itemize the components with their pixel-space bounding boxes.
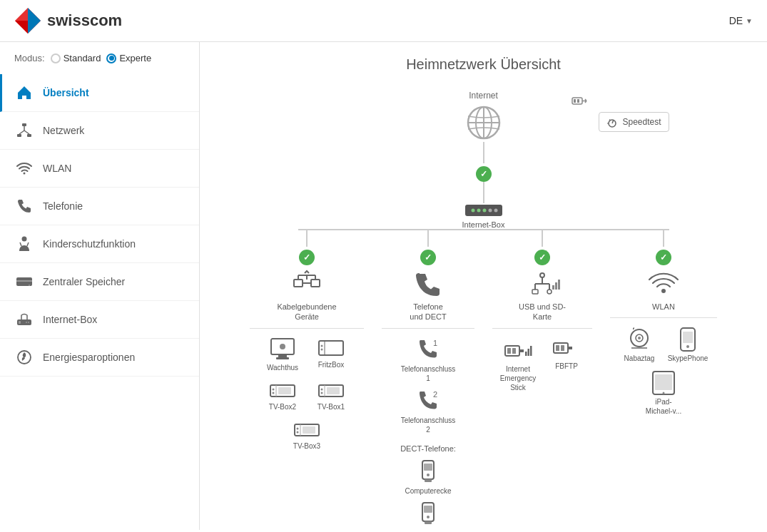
- telefon-divider: [382, 328, 474, 329]
- expert-radio-circle: [106, 53, 116, 63]
- main-layout: Modus: Standard Experte Übersicht: [0, 42, 767, 530]
- router-icon: [464, 203, 503, 218]
- svg-rect-89: [512, 348, 516, 354]
- internet-label: Internet: [469, 91, 498, 101]
- svg-rect-105: [655, 374, 672, 390]
- sidebar-item-kinderschutz[interactable]: Kinderschutzfunktion: [0, 225, 199, 263]
- svg-point-34: [482, 209, 486, 213]
- svg-point-32: [471, 209, 474, 213]
- svg-rect-84: [555, 282, 557, 290]
- v-conn-wlan: [663, 229, 664, 247]
- svg-rect-73: [424, 506, 432, 513]
- kabel-check: ✓: [299, 250, 315, 265]
- svg-rect-102: [683, 332, 693, 343]
- svg-rect-95: [556, 345, 559, 351]
- content-area: Heimnetzwerk Übersicht Speedtest: [200, 42, 767, 530]
- branch-telefon: ✓ Telefoneund DECT: [382, 229, 474, 530]
- telefonie-label: Telefonie: [43, 200, 83, 212]
- device-skypephone: SkypePhone: [667, 327, 708, 363]
- telefon-label: Telefoneund DECT: [410, 302, 446, 322]
- svg-rect-45: [276, 357, 289, 359]
- lang-selector[interactable]: DE ▼: [729, 15, 753, 26]
- svg-rect-22: [574, 99, 576, 103]
- fritzbox-icon: [318, 337, 345, 359]
- svg-point-36: [494, 209, 497, 213]
- emergency-stick-icon: [504, 337, 532, 363]
- svg-line-9: [24, 131, 29, 134]
- speedtest-button[interactable]: Speedtest: [599, 112, 669, 132]
- wlan-branch-label: WLAN: [652, 302, 675, 312]
- svg-rect-60: [327, 387, 340, 394]
- wlan-divider: [610, 317, 717, 318]
- mode-selector: Modus: Standard Experte: [0, 53, 199, 74]
- home-icon: [14, 83, 34, 103]
- sidebar-item-speicher[interactable]: Zentraler Speicher: [0, 263, 199, 301]
- lang-arrow-icon: ▼: [746, 17, 753, 25]
- sidebar-item-energie[interactable]: Energiesparoptionen: [0, 339, 199, 377]
- device-ipad: iPad-Michael-v...: [643, 370, 684, 416]
- computerecke-label: Computerecke: [405, 486, 451, 496]
- fbftp-label: FBFTP: [555, 362, 578, 371]
- svg-point-82: [547, 290, 552, 294]
- device-wohnzimmer: Wohnzimmer: [407, 501, 449, 530]
- usb-sd-icon: [525, 270, 559, 297]
- svg-point-49: [321, 344, 323, 347]
- svg-marker-3: [15, 21, 28, 34]
- skype-icon: [674, 327, 701, 352]
- svg-point-97: [661, 289, 666, 293]
- device-wachthus: Wachthus: [262, 337, 303, 372]
- sidebar-item-ubersicht[interactable]: Übersicht: [0, 74, 199, 112]
- sidebar-item-wlan[interactable]: WLAN: [0, 150, 199, 188]
- svg-rect-71: [425, 479, 432, 482]
- energie-label: Energiesparoptionen: [43, 352, 135, 363]
- tvbox1-label: TV-Box1: [318, 402, 345, 411]
- network-icon: [14, 121, 34, 140]
- svg-point-70: [427, 474, 430, 476]
- svg-rect-6: [27, 134, 31, 137]
- svg-rect-4: [22, 123, 26, 126]
- svg-point-11: [22, 237, 27, 242]
- svg-rect-37: [294, 280, 303, 287]
- sidebar-item-internetbox[interactable]: Internet-Box: [0, 301, 199, 339]
- expert-radio-label: Experte: [119, 53, 151, 63]
- svg-rect-69: [424, 464, 432, 471]
- tvbox3-icon: [293, 419, 320, 440]
- wohnzimmer-label: Wohnzimmer: [407, 528, 449, 530]
- v-connector-internet: [483, 142, 484, 163]
- svg-point-64: [297, 431, 299, 433]
- tvbox-icon: [269, 379, 296, 401]
- sidebar-item-telefonie[interactable]: Telefonie: [0, 188, 199, 225]
- device-nabaztag: Nabaztag: [619, 327, 660, 363]
- kabel-label: KabelgebundeneGeräte: [277, 302, 336, 322]
- svg-rect-44: [278, 354, 287, 357]
- svg-point-50: [321, 348, 323, 350]
- svg-point-74: [427, 516, 430, 518]
- sidebar-item-netzwerk[interactable]: Netzwerk: [0, 112, 199, 150]
- svg-point-54: [273, 392, 275, 394]
- svg-rect-5: [17, 134, 21, 137]
- usb-category-icon: [525, 270, 559, 299]
- mode-label: Modus:: [14, 53, 45, 63]
- svg-rect-47: [319, 341, 343, 355]
- svg-point-58: [321, 388, 323, 390]
- expert-radio[interactable]: Experte: [106, 53, 151, 63]
- svg-rect-23: [577, 99, 579, 103]
- nabaztag-label: Nabaztag: [624, 354, 655, 363]
- lang-text: DE: [729, 15, 743, 26]
- dect-phone1-icon: [416, 459, 440, 485]
- speedtest-label: Speedtest: [622, 117, 661, 127]
- device-tvbox3: TV-Box3: [286, 419, 327, 451]
- device-emergency-stick: InternetEmergency Stick: [497, 337, 539, 392]
- v-conn-usb: [542, 229, 543, 247]
- svg-point-53: [273, 388, 275, 390]
- svg-point-35: [488, 209, 492, 213]
- sidebar: Modus: Standard Experte Übersicht: [0, 42, 200, 530]
- kabel-category-icon: [290, 270, 323, 299]
- device-telefonanschluss2: 2 Telefonanschluss 2: [407, 389, 449, 434]
- svg-point-103: [686, 345, 689, 348]
- wlan-category-icon: [648, 270, 679, 299]
- logo-icon: [14, 7, 41, 34]
- wifi-icon: [14, 158, 34, 178]
- standard-radio[interactable]: Standard: [51, 53, 101, 63]
- device-tvbox2: TV-Box2: [262, 379, 303, 411]
